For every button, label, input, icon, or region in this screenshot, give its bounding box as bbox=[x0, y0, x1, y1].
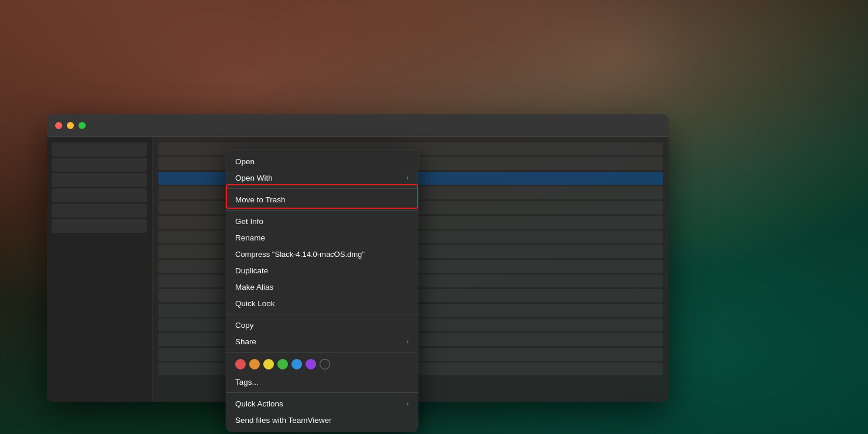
maximize-dot[interactable] bbox=[79, 122, 86, 129]
submenu-arrow-icon: › bbox=[406, 174, 409, 181]
menu-item-open-with[interactable]: Open With › bbox=[226, 169, 418, 186]
close-dot[interactable] bbox=[55, 122, 62, 129]
sidebar-item[interactable] bbox=[52, 143, 147, 157]
color-tag-blue[interactable] bbox=[291, 359, 302, 369]
menu-item-quick-look[interactable]: Quick Look bbox=[226, 295, 418, 311]
menu-item-tags[interactable]: Tags... bbox=[226, 374, 418, 390]
separator bbox=[226, 188, 418, 189]
menu-item-tags-label: Tags... bbox=[235, 378, 259, 386]
menu-item-copy[interactable]: Copy bbox=[226, 317, 418, 333]
sidebar-item[interactable] bbox=[52, 204, 147, 218]
color-tag-purple[interactable] bbox=[306, 359, 316, 369]
finder-titlebar bbox=[47, 114, 669, 137]
separator bbox=[226, 352, 418, 352]
menu-item-open[interactable]: Open bbox=[226, 153, 418, 169]
sidebar-item[interactable] bbox=[52, 158, 147, 172]
color-tag-none[interactable] bbox=[320, 359, 330, 369]
separator bbox=[226, 392, 418, 393]
color-tag-red[interactable] bbox=[235, 359, 246, 369]
menu-item-share[interactable]: Share › bbox=[226, 333, 418, 350]
color-tag-yellow[interactable] bbox=[263, 359, 274, 369]
menu-item-duplicate-label: Duplicate bbox=[235, 266, 268, 275]
menu-item-make-alias-label: Make Alias bbox=[235, 283, 273, 291]
separator bbox=[226, 314, 418, 314]
menu-item-open-label: Open bbox=[235, 157, 255, 166]
menu-item-quick-look-label: Quick Look bbox=[235, 299, 275, 308]
menu-item-get-info-label: Get Info bbox=[235, 217, 263, 226]
sidebar-item[interactable] bbox=[52, 219, 147, 233]
color-tag-orange[interactable] bbox=[249, 359, 260, 369]
menu-item-make-alias[interactable]: Make Alias bbox=[226, 279, 418, 295]
menu-item-move-to-trash-label: Move to Trash bbox=[235, 195, 286, 204]
minimize-dot[interactable] bbox=[67, 122, 74, 129]
finder-sidebar bbox=[47, 137, 152, 402]
context-menu: Open Open With › Move to Trash Get Info … bbox=[226, 150, 418, 432]
menu-item-send-teamviewer[interactable]: Send files with TeamViewer bbox=[226, 412, 418, 428]
menu-item-get-info[interactable]: Get Info bbox=[226, 213, 418, 229]
menu-item-compress[interactable]: Compress "Slack-4.14.0-macOS.dmg" bbox=[226, 246, 418, 262]
menu-item-share-label: Share bbox=[235, 337, 256, 346]
menu-item-quick-actions[interactable]: Quick Actions › bbox=[226, 395, 418, 412]
menu-item-move-to-trash[interactable]: Move to Trash bbox=[226, 191, 418, 208]
menu-item-open-with-label: Open With bbox=[235, 174, 273, 182]
menu-item-rename-label: Rename bbox=[235, 233, 265, 242]
menu-item-send-teamviewer-label: Send files with TeamViewer bbox=[235, 416, 332, 425]
menu-item-copy-label: Copy bbox=[235, 321, 254, 330]
color-tag-green[interactable] bbox=[277, 359, 288, 369]
menu-item-duplicate[interactable]: Duplicate bbox=[226, 262, 418, 279]
submenu-arrow-icon: › bbox=[406, 338, 409, 345]
menu-item-quick-actions-label: Quick Actions bbox=[235, 399, 283, 408]
color-tags-row bbox=[226, 355, 418, 374]
submenu-arrow-icon: › bbox=[406, 400, 409, 407]
separator bbox=[226, 210, 418, 211]
menu-item-rename[interactable]: Rename bbox=[226, 229, 418, 246]
sidebar-item[interactable] bbox=[52, 188, 147, 202]
sidebar-item[interactable] bbox=[52, 173, 147, 187]
menu-item-compress-label: Compress "Slack-4.14.0-macOS.dmg" bbox=[235, 250, 365, 259]
